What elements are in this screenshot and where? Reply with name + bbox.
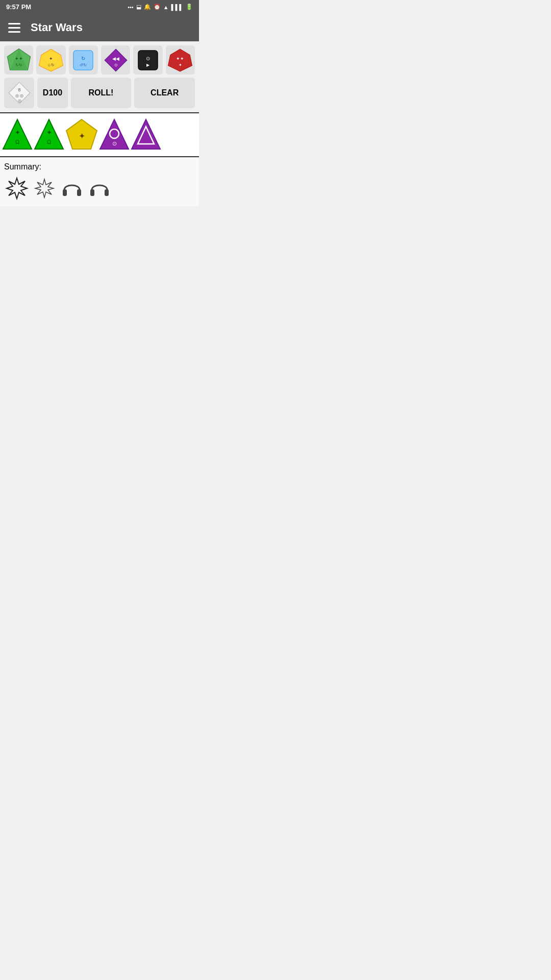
svg-text:↺↻: ↺↻ bbox=[80, 63, 87, 67]
summary-symbols bbox=[4, 176, 195, 201]
result-area: ✦ Ω ✦ Ω ✦ ⊙ bbox=[0, 112, 199, 157]
svg-text:⊙: ⊙ bbox=[114, 63, 117, 67]
summary-success-2 bbox=[32, 176, 57, 201]
d100-button[interactable]: D100 bbox=[37, 78, 67, 108]
svg-text:✦: ✦ bbox=[46, 129, 52, 136]
result-purple-2 bbox=[131, 117, 161, 152]
status-bar: 9:57 PM ••• ⬓ 🔔 ⏰ ▲ ▌▌▌ 🔋 bbox=[0, 0, 199, 14]
summary-advantage-2 bbox=[87, 176, 112, 201]
dice-grid-row1: ✦✦ ↻↻ ✦ ☺↻ ↻ ↺↻ ◀◀ ⊙ bbox=[4, 45, 195, 75]
battery-icon: 🔋 bbox=[186, 4, 193, 10]
svg-rect-41 bbox=[105, 189, 109, 196]
yellow-proficiency-die[interactable]: ✦ ☺↻ bbox=[36, 45, 65, 75]
bell-icon: 🔔 bbox=[144, 4, 151, 10]
svg-text:✦: ✦ bbox=[49, 56, 53, 61]
summary-section: Summary: bbox=[0, 157, 199, 206]
svg-text:✦✦: ✦✦ bbox=[15, 56, 23, 61]
svg-rect-40 bbox=[90, 189, 94, 196]
result-green-2: ✦ Ω bbox=[34, 117, 64, 152]
summary-label: Summary: bbox=[4, 162, 195, 172]
svg-text:↻↻: ↻↻ bbox=[15, 63, 22, 67]
svg-marker-34 bbox=[132, 119, 160, 149]
dots-icon: ••• bbox=[128, 4, 134, 10]
black-setback-die[interactable]: ⊙ ▶ bbox=[133, 45, 162, 75]
svg-marker-37 bbox=[35, 179, 54, 198]
svg-text:⊙: ⊙ bbox=[146, 56, 150, 61]
svg-text:✦✦: ✦✦ bbox=[176, 56, 184, 61]
svg-text:◎ ◎: ◎ ◎ bbox=[15, 93, 23, 98]
svg-text:☺↻: ☺↻ bbox=[47, 63, 55, 67]
app-title: Star Wars bbox=[31, 21, 83, 34]
app-header: Star Wars bbox=[0, 14, 199, 41]
red-challenge-die[interactable]: ✦✦ ✦ bbox=[166, 45, 195, 75]
svg-text:8: 8 bbox=[18, 87, 20, 92]
svg-text:↻: ↻ bbox=[81, 56, 85, 61]
result-green-1: ✦ Ω bbox=[2, 117, 33, 152]
bluetooth-icon: ⬓ bbox=[136, 4, 141, 10]
purple-difficulty-die[interactable]: ◀◀ ⊙ bbox=[101, 45, 130, 75]
svg-text:✦: ✦ bbox=[179, 63, 182, 67]
svg-rect-39 bbox=[77, 189, 81, 196]
svg-text:✦: ✦ bbox=[15, 129, 20, 136]
summary-success-1 bbox=[4, 176, 30, 201]
menu-button[interactable] bbox=[8, 23, 20, 33]
svg-marker-36 bbox=[7, 178, 27, 199]
svg-text:◎: ◎ bbox=[17, 99, 21, 103]
svg-text:▶: ▶ bbox=[146, 63, 150, 67]
wifi-icon: ▲ bbox=[163, 4, 169, 10]
alarm-icon: ⏰ bbox=[154, 4, 161, 10]
status-icons: ••• ⬓ 🔔 ⏰ ▲ ▌▌▌ 🔋 bbox=[128, 4, 193, 10]
roll-button[interactable]: ROLL! bbox=[71, 78, 132, 108]
svg-rect-38 bbox=[63, 189, 67, 196]
green-ability-die[interactable]: ✦✦ ↻↻ bbox=[4, 45, 33, 75]
white-force-die[interactable]: 8 ◎ ◎ ◎ bbox=[4, 78, 34, 108]
svg-text:Ω: Ω bbox=[47, 139, 51, 145]
status-time: 9:57 PM bbox=[6, 3, 31, 11]
blue-boost-die[interactable]: ↻ ↺↻ bbox=[69, 45, 98, 75]
dice-section: ✦✦ ↻↻ ✦ ☺↻ ↻ ↺↻ ◀◀ ⊙ bbox=[0, 41, 199, 112]
signal-icon: ▌▌▌ bbox=[171, 4, 183, 10]
dice-grid-row2: 8 ◎ ◎ ◎ D100 ROLL! CLEAR bbox=[4, 78, 195, 108]
summary-advantage-1 bbox=[59, 176, 85, 201]
result-yellow-1: ✦ bbox=[65, 117, 98, 152]
svg-text:✦: ✦ bbox=[79, 132, 85, 140]
svg-text:Ω: Ω bbox=[15, 139, 19, 145]
svg-text:◀◀: ◀◀ bbox=[112, 56, 119, 61]
svg-text:⊙: ⊙ bbox=[112, 140, 117, 146]
result-purple-1: ⊙ bbox=[99, 117, 130, 152]
clear-button[interactable]: CLEAR bbox=[134, 78, 195, 108]
